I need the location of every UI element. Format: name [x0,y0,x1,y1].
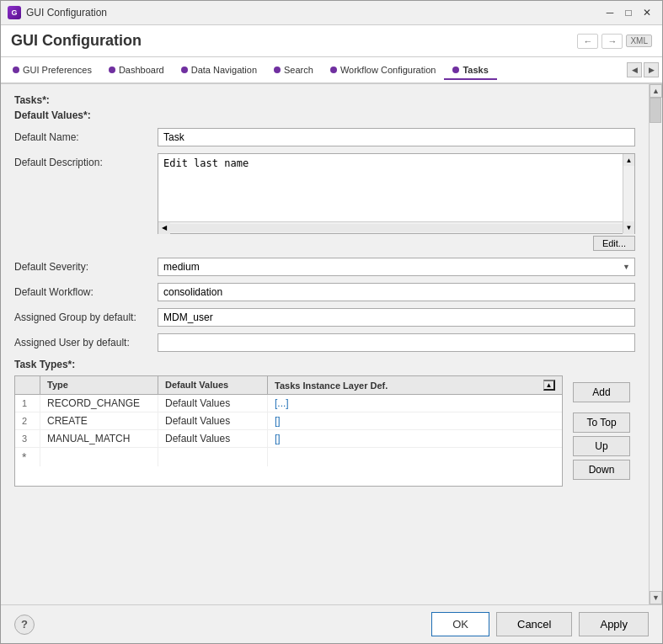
tab-search[interactable]: Search [265,61,322,80]
tab-label-dashboard: Dashboard [119,65,164,75]
table-row[interactable]: 3 MANUAL_MATCH Default Values [] [15,430,562,448]
up-button[interactable]: Up [573,436,630,456]
tab-dot-workflow [330,67,337,73]
assigned-group-control [158,308,635,327]
tab-gui-preferences[interactable]: GUI Preferences [4,61,100,80]
table-scroll-up-btn[interactable]: ▲ [543,380,555,391]
tasks-section-label: Tasks*: [14,94,635,106]
minimize-button[interactable]: ─ [602,4,618,21]
tab-dot-gui-preferences [13,67,19,73]
tab-dashboard[interactable]: Dashboard [100,61,173,80]
table-row[interactable]: 2 CREATE Default Values [] [15,412,562,430]
td-num-2: 2 [15,412,40,429]
table-row[interactable]: 1 RECORD_CHANGE Default Values [...] [15,395,562,412]
scrollbar-down-btn[interactable]: ▼ [650,591,662,604]
task-types-label: Task Types*: [14,359,635,370]
td-tasks-1[interactable]: [...] [268,395,562,412]
main-window: G GUI Configuration ─ □ ✕ GUI Configurat… [0,0,663,644]
td-tasks-star [268,448,562,466]
edit-button[interactable]: Edit... [593,236,635,251]
td-num-star: * [15,448,40,466]
default-workflow-input[interactable] [158,283,635,301]
assigned-user-row: Assigned User by default: [14,333,635,352]
table-row-new[interactable]: * [15,448,562,466]
tab-label-workflow: Workflow Configuration [340,65,436,75]
help-button[interactable]: ? [14,615,35,635]
td-num-1: 1 [15,395,40,412]
textarea-scrollbar: ▲ ▼ [623,154,634,233]
apply-button[interactable]: Apply [579,612,649,636]
tab-nav-left[interactable]: ◀ [627,62,642,77]
assigned-user-control [158,333,635,352]
cancel-button[interactable]: Cancel [496,612,572,636]
assigned-user-label: Assigned User by default: [14,333,158,349]
maximize-button[interactable]: □ [620,4,637,21]
td-tasks-3[interactable]: [] [268,430,562,447]
tab-workflow-configuration[interactable]: Workflow Configuration [322,61,445,80]
tab-nav-right[interactable]: ▶ [644,62,659,77]
td-def-2: Default Values [158,412,268,429]
default-values-label: Default Values*: [14,109,635,121]
forward-button[interactable]: → [602,34,623,49]
header: GUI Configuration ← → XML [1,25,662,57]
scroll-up-btn[interactable]: ▲ [623,154,634,166]
td-num-3: 3 [15,430,40,447]
default-description-label: Default Description: [14,153,158,168]
assigned-group-label: Assigned Group by default: [14,308,158,323]
page-title: GUI Configuration [11,32,142,50]
add-button[interactable]: Add [573,382,630,402]
default-description-row: Default Description: ▲ ▼ ◀ [14,153,635,251]
assigned-group-input[interactable] [158,308,635,327]
default-name-control [158,128,635,146]
default-workflow-row: Default Workflow: [14,283,635,301]
default-description-input[interactable] [158,154,623,221]
default-name-input[interactable] [158,128,635,146]
td-type-2: CREATE [40,412,158,429]
assigned-user-input[interactable] [158,333,635,352]
tab-data-navigation[interactable]: Data Navigation [173,61,265,80]
default-workflow-control [158,283,635,301]
title-bar: G GUI Configuration ─ □ ✕ [1,1,662,25]
form-area: Tasks*: Default Values*: Default Name: D… [1,84,649,604]
task-types-table: Type Default Values Tasks Instance Layer… [14,375,563,487]
th-type: Type [40,376,158,394]
default-severity-control: low medium high [158,258,635,276]
default-severity-row: Default Severity: low medium high [14,258,635,276]
bottom-bar: ? OK Cancel Apply [1,604,662,643]
th-num [15,376,40,394]
tab-label-gui-preferences: GUI Preferences [23,65,92,75]
xml-badge: XML [626,35,652,47]
tab-dot-search [274,67,281,73]
edit-btn-row: Edit... [158,236,635,251]
task-types-section: Type Default Values Tasks Instance Layer… [14,375,635,487]
scrollbar-up-btn[interactable]: ▲ [650,84,662,98]
tab-label-search: Search [284,65,313,75]
scroll-left-btn[interactable]: ◀ [158,222,170,234]
app-icon: G [8,6,21,19]
default-workflow-label: Default Workflow: [14,283,158,298]
scrollbar-thumb[interactable] [650,98,661,123]
tab-dot-data-navigation [181,67,188,73]
ok-button[interactable]: OK [431,612,489,636]
tab-tasks[interactable]: Tasks [444,61,496,80]
td-type-3: MANUAL_MATCH [40,430,158,447]
tab-label-data-navigation: Data Navigation [191,65,257,75]
default-severity-select[interactable]: low medium high [158,258,635,276]
default-name-label: Default Name: [14,128,158,143]
close-button[interactable]: ✕ [639,4,655,21]
td-type-1: RECORD_CHANGE [40,395,158,412]
scroll-down-btn[interactable]: ▼ [623,221,634,233]
bottom-actions: OK Cancel Apply [431,612,649,636]
textarea-wrapper: ▲ ▼ ◀ ▶ [158,153,635,234]
default-severity-label: Default Severity: [14,258,158,273]
main-scrollbar: ▲ ▼ [649,84,662,604]
td-type-star [40,448,158,466]
td-tasks-2[interactable]: [] [268,412,562,429]
tabs-bar: GUI Preferences Dashboard Data Navigatio… [1,57,662,84]
window-title: GUI Configuration [26,7,596,19]
th-tasks-instance: Tasks Instance Layer Def. ▲ [268,376,562,394]
to-top-button[interactable]: To Top [573,412,630,433]
td-def-1: Default Values [158,395,268,412]
back-button[interactable]: ← [577,34,598,49]
down-button[interactable]: Down [573,460,630,480]
